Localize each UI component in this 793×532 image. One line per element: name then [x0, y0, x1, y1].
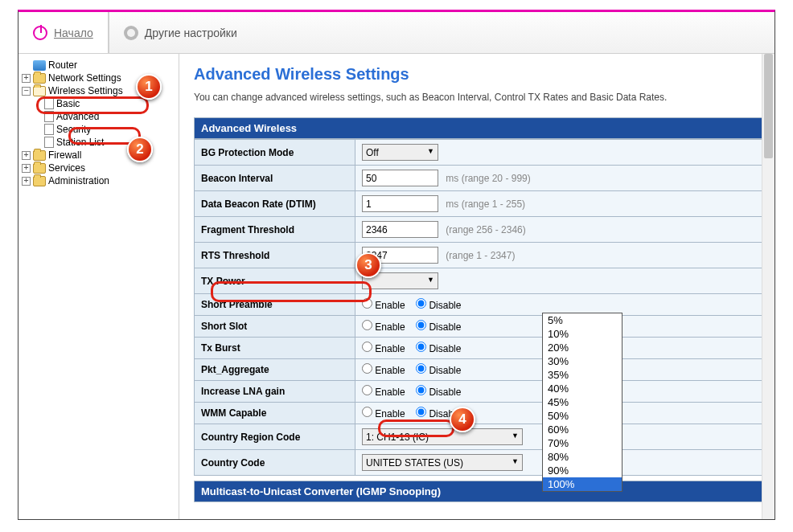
tree-services[interactable]: + Services	[22, 162, 175, 174]
folder-icon	[33, 176, 46, 186]
radio-slot-enable[interactable]	[362, 320, 372, 330]
row-short-slot: Short Slot Enable Disable	[195, 316, 765, 338]
folder-icon	[33, 73, 46, 84]
expand-icon[interactable]: +	[22, 74, 31, 83]
tx-power-option[interactable]: 10%	[543, 327, 622, 341]
row-bg-protection: BG Protection Mode Off	[195, 140, 765, 166]
row-fragment-threshold: Fragment Threshold (range 256 - 2346)	[195, 217, 765, 243]
row-lna-gain: Increase LNA gain Enable Disable	[195, 381, 765, 403]
tree-security-label: Security	[56, 124, 91, 135]
row-beacon-interval: Beacon Interval ms (range 20 - 999)	[195, 166, 765, 191]
row-tx-burst: Tx Burst Enable Disable	[195, 338, 765, 359]
label-tx-power: TX Power	[195, 268, 355, 294]
hint-rts: (range 1 - 2347)	[446, 250, 515, 261]
expand-icon[interactable]: +	[22, 177, 31, 186]
top-tabs: Начало Другие настройки	[18, 12, 775, 54]
document-icon	[44, 137, 54, 148]
row-wmm: WMM Capable Enable Disable	[195, 403, 765, 424]
tx-power-option[interactable]: 30%	[543, 354, 622, 368]
tx-power-option[interactable]: 90%	[543, 464, 622, 477]
gear-icon	[124, 26, 138, 40]
hint-beacon: ms (range 20 - 999)	[446, 173, 530, 184]
radio-lna-enable[interactable]	[362, 385, 372, 395]
power-icon	[33, 26, 47, 40]
tab-home[interactable]: Начало	[18, 12, 109, 53]
tree-station-list[interactable]: Station List	[22, 136, 175, 149]
tree-basic[interactable]: Basic	[22, 97, 175, 110]
radio-pkt-disable[interactable]	[416, 363, 426, 374]
radio-pkt-enable[interactable]	[362, 363, 372, 374]
radio-burst-disable[interactable]	[416, 342, 426, 352]
row-country-region: Country Region Code 1: CH1-13 (IC)	[195, 424, 765, 450]
expand-icon[interactable]: +	[22, 151, 31, 160]
tree-advanced[interactable]: Advanced	[22, 110, 175, 123]
tree-advanced-label: Advanced	[56, 111, 99, 122]
tx-power-option[interactable]: 80%	[543, 450, 622, 464]
tx-power-option[interactable]: 45%	[543, 395, 622, 409]
scrollbar[interactable]	[762, 54, 775, 519]
expand-icon[interactable]: +	[22, 164, 31, 173]
tree-firewall-label: Firewall	[48, 149, 81, 161]
collapse-icon[interactable]: −	[22, 87, 31, 96]
tx-power-option[interactable]: 60%	[543, 423, 622, 436]
tab-other-settings[interactable]: Другие настройки	[109, 12, 252, 53]
tree-firewall[interactable]: + Firewall	[22, 149, 175, 162]
tree-station-label: Station List	[56, 137, 104, 148]
label-pkt: Pkt_Aggregate	[195, 359, 355, 381]
section-advanced-wireless: Advanced Wireless	[194, 117, 765, 139]
tree-administration[interactable]: + Administration	[22, 174, 175, 187]
label-burst: Tx Burst	[195, 338, 355, 359]
tx-power-option[interactable]: 20%	[543, 341, 622, 354]
label-fragment: Fragment Threshold	[195, 217, 355, 243]
radio-lna-disable[interactable]	[416, 385, 426, 395]
input-dtim[interactable]	[362, 195, 438, 212]
label-bg-protection: BG Protection Mode	[195, 140, 355, 166]
input-beacon-interval[interactable]	[362, 170, 438, 186]
scrollbar-thumb[interactable]	[764, 54, 773, 158]
select-bg-protection[interactable]: Off	[362, 144, 438, 161]
input-fragment-threshold[interactable]	[362, 221, 438, 238]
document-icon	[44, 124, 54, 135]
row-dtim: Data Beacon Rate (DTIM) ms (range 1 - 25…	[195, 191, 765, 217]
document-icon	[44, 98, 54, 109]
radio-wmm-disable[interactable]	[416, 407, 426, 417]
radio-slot-disable[interactable]	[416, 320, 426, 330]
label-slot: Short Slot	[195, 316, 355, 338]
tree-router[interactable]: Router	[22, 59, 175, 72]
hint-fragment: (range 256 - 2346)	[446, 224, 525, 235]
tx-power-option[interactable]: 70%	[543, 436, 622, 450]
label-rts: RTS Threshold	[195, 243, 355, 268]
tx-power-option[interactable]: 35%	[543, 368, 622, 382]
radio-burst-enable[interactable]	[362, 342, 372, 352]
tree-services-label: Services	[48, 162, 85, 174]
tree-network-label: Network Settings	[48, 72, 121, 84]
radio-preamble-enable[interactable]	[362, 298, 372, 309]
select-country-code[interactable]: UNITED STATES (US)	[362, 454, 523, 471]
tab-other-label: Другие настройки	[145, 27, 237, 39]
tx-power-option[interactable]: 50%	[543, 409, 622, 423]
settings-table: BG Protection Mode Off Beacon Interval m…	[194, 139, 765, 476]
tx-power-option[interactable]: 40%	[543, 382, 622, 395]
tx-power-option[interactable]: 100%	[543, 477, 622, 491]
label-preamble: Short Preamble	[195, 294, 355, 316]
tx-power-dropdown[interactable]: 5%10%20%30%35%40%45%50%60%70%80%90%100%	[542, 313, 622, 492]
tree-security[interactable]: Security	[22, 123, 175, 136]
tree-wireless-settings[interactable]: − Wireless Settings	[22, 84, 175, 97]
tree-router-label: Router	[48, 59, 77, 71]
tree-wireless-label: Wireless Settings	[48, 85, 123, 96]
tab-home-label: Начало	[54, 27, 93, 39]
row-pkt-aggregate: Pkt_Aggregate Enable Disable	[195, 359, 765, 381]
radio-wmm-enable[interactable]	[362, 407, 372, 417]
label-dtim: Data Beacon Rate (DTIM)	[195, 191, 355, 217]
tx-power-option[interactable]: 5%	[543, 313, 622, 327]
select-country-region[interactable]: 1: CH1-13 (IC)	[362, 428, 523, 445]
radio-preamble-disable[interactable]	[416, 298, 426, 309]
document-icon	[44, 111, 54, 122]
label-beacon: Beacon Interval	[195, 166, 355, 191]
tree-admin-label: Administration	[48, 175, 109, 186]
tree-network-settings[interactable]: + Network Settings	[22, 72, 175, 84]
row-country-code: Country Code UNITED STATES (US)	[195, 450, 765, 476]
select-tx-power[interactable]	[362, 272, 438, 289]
input-rts-threshold[interactable]	[362, 247, 438, 264]
label-wmm: WMM Capable	[195, 403, 355, 424]
